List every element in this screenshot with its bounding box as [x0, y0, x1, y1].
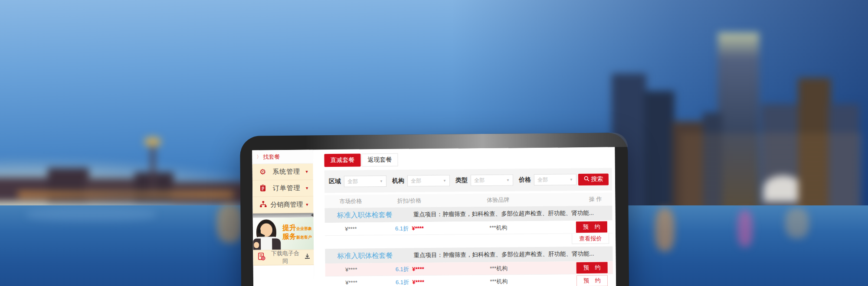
- promo-line1-small: 企业形象: [296, 226, 312, 231]
- chevron-down-icon: ▼: [305, 169, 309, 174]
- agent-illustration: [272, 238, 281, 250]
- sidebar-item-order-management[interactable]: 订单管理 ▼: [252, 180, 313, 197]
- header-brand: 体验品牌: [442, 196, 554, 205]
- institution-select[interactable]: 全部 ▼: [407, 175, 450, 187]
- chevron-down-icon: ▼: [305, 186, 309, 190]
- sidebar-item-find-package[interactable]: 〉 找套餐: [252, 150, 313, 164]
- download-icon: [304, 253, 310, 261]
- promo-line2-big: 服务: [282, 233, 296, 240]
- tablet-device: 〉 找套餐 ⚙ 系统管理 ▼ 订单管理 ▼ 分销商管理 ▼: [240, 133, 629, 286]
- light-reflection: [785, 208, 809, 238]
- filter-label: 类型: [455, 176, 468, 184]
- light-reflection: [217, 204, 243, 243]
- discount-value: 6.1折: [396, 279, 409, 286]
- filter-price: 价格 全部 ▼: [519, 174, 576, 185]
- package-description: 重点项目：肿瘤筛查，妇科检查、多部位超声检查、肝功能、肾功能...: [413, 209, 594, 219]
- discount-price-cell: 6.1折 ¥****: [377, 265, 442, 273]
- price-value: ¥****: [412, 225, 424, 231]
- view-quote-link[interactable]: 查看报价: [572, 233, 609, 244]
- package-link[interactable]: 标准入职体检套餐: [337, 210, 413, 220]
- sidebar: 〉 找套餐 ⚙ 系统管理 ▼ 订单管理 ▼ 分销商管理 ▼: [252, 150, 314, 286]
- table-row: ¥**** 6.1折 ¥**** ***机构 预 约: [325, 274, 613, 286]
- caret-down-icon: ▼: [570, 178, 573, 182]
- region-select[interactable]: 全部 ▼: [344, 176, 387, 187]
- market-price-value: ¥****: [325, 279, 377, 286]
- package-link[interactable]: 标准入职体检套餐: [337, 251, 413, 261]
- tab-direct-discount[interactable]: 直减套餐: [324, 153, 360, 167]
- promo-slogan: 提升企业形象 服务新老客户: [282, 223, 312, 241]
- app-screen: 〉 找套餐 ⚙ 系统管理 ▼ 订单管理 ▼ 分销商管理 ▼: [252, 147, 616, 286]
- chevron-down-icon: ▼: [305, 202, 309, 207]
- select-value: 全部: [411, 177, 421, 185]
- select-value: 全部: [537, 176, 548, 183]
- filter-label: 机构: [392, 177, 404, 185]
- search-label: 搜索: [591, 176, 603, 183]
- discount-value: 6.1折: [396, 266, 409, 273]
- discount-price-cell: 6.1折 ¥****: [377, 224, 442, 233]
- market-price-value: ¥****: [325, 225, 377, 232]
- package-table: 市场价格 折扣/价格 体验品牌 操 作 标准入职体检套餐 重点项目：肿瘤筛查，妇…: [324, 192, 613, 286]
- price-value: ¥****: [412, 266, 424, 272]
- type-select[interactable]: 全部 ▼: [471, 174, 513, 186]
- download-contract-label: 下载电子合同: [269, 250, 301, 266]
- find-package-label: 找套餐: [263, 153, 280, 161]
- contract-seal-icon: [257, 252, 266, 263]
- sidebar-item-system-management[interactable]: ⚙ 系统管理 ▼: [252, 163, 313, 180]
- package-description: 重点项目：肿瘤筛查，妇科检查、多部位超声检查、肝功能、肾功能...: [413, 250, 594, 260]
- market-price-value: ¥****: [325, 266, 377, 273]
- sidebar-item-distributor-management[interactable]: 分销商管理 ▼: [252, 196, 313, 213]
- filter-label: 区域: [329, 178, 341, 185]
- select-value: 全部: [474, 176, 485, 184]
- package-group-title: 标准入职体检套餐 重点项目：肿瘤筛查，妇科检查、多部位超声检查、肝功能、肾功能.…: [325, 246, 613, 263]
- search-icon: [583, 176, 589, 183]
- tab-bar: 直减套餐 返现套餐: [324, 151, 615, 167]
- filter-institution: 机构 全部 ▼: [392, 175, 450, 187]
- discount-price-cell: 6.1折 ¥****: [377, 278, 442, 286]
- menu-label: 订单管理: [268, 184, 305, 193]
- book-button[interactable]: 预 约: [576, 275, 608, 286]
- light-reflection: [737, 210, 753, 247]
- tab-cashback[interactable]: 返现套餐: [361, 153, 398, 167]
- price-value: ¥****: [412, 279, 424, 285]
- menu-label: 系统管理: [268, 168, 305, 176]
- org-chart-icon: [258, 201, 268, 209]
- light-reflection: [655, 208, 675, 251]
- caret-down-icon: ▼: [380, 179, 383, 183]
- search-button[interactable]: 搜索: [578, 173, 609, 185]
- promo-line1-big: 提升: [282, 224, 296, 231]
- header-action: 操 作: [554, 195, 612, 203]
- caret-down-icon: ▼: [443, 179, 446, 182]
- brand-value: ***机构: [442, 277, 555, 286]
- brand-value: ***机构: [442, 264, 555, 273]
- promo-line2-small: 新老客户: [296, 235, 312, 239]
- book-button[interactable]: 预 约: [576, 221, 607, 233]
- filter-bar: 区域 全部 ▼ 机构 全部 ▼ 类型 全部: [324, 168, 612, 193]
- header-discount-price: 折扣/价格: [377, 197, 442, 205]
- main-content: 直减套餐 返现套餐 区域 全部 ▼ 机构 全部 ▼: [313, 147, 616, 286]
- chevron-right-icon: 〉: [256, 153, 261, 160]
- filter-label: 价格: [519, 176, 531, 184]
- caret-down-icon: ▼: [506, 178, 510, 182]
- filter-region: 区域 全部 ▼: [329, 176, 387, 187]
- promo-banner[interactable]: 提升企业形象 服务新老客户: [253, 217, 314, 250]
- filter-type: 类型 全部 ▼: [455, 174, 513, 186]
- book-button[interactable]: 预 约: [576, 262, 608, 273]
- headset-icon: [258, 229, 261, 233]
- select-value: 全部: [347, 178, 358, 185]
- discount-value: 6.1折: [395, 225, 409, 232]
- agent-illustration: [254, 242, 259, 248]
- price-select[interactable]: 全部 ▼: [534, 174, 576, 185]
- headset-icon: [259, 221, 274, 231]
- clipboard-icon: [258, 184, 268, 193]
- gear-icon: ⚙: [258, 168, 268, 176]
- header-market-price: 市场价格: [324, 197, 377, 205]
- water-shimmer: [26, 208, 156, 221]
- download-contract-button[interactable]: 下载电子合同: [253, 249, 314, 265]
- package-group-title: 标准入职体检套餐 重点项目：肿瘤筛查，妇科检查、多部位超声检查、肝功能、肾功能.…: [324, 205, 612, 223]
- menu-label: 分销商管理: [268, 201, 305, 209]
- brand-value: ***机构: [442, 223, 555, 232]
